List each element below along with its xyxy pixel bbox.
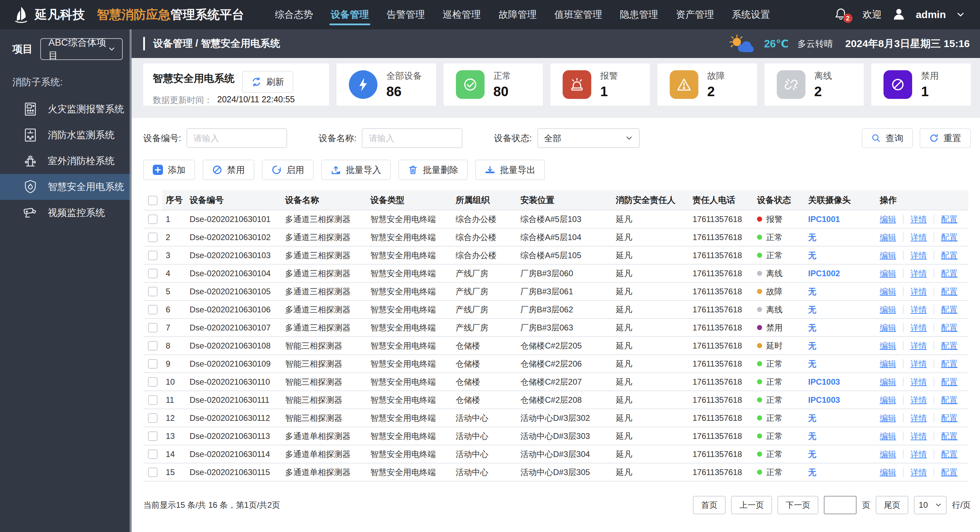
row-action-link[interactable]: 编辑 [880, 215, 903, 224]
camera-link[interactable]: 无 [808, 233, 816, 242]
row-action-link[interactable]: 配置 [934, 215, 964, 224]
camera-link[interactable]: 无 [808, 341, 816, 350]
row-action-link[interactable]: 编辑 [880, 359, 903, 368]
sidebar-item[interactable]: 视频监控系统 [0, 200, 132, 226]
nav-item[interactable]: 系统设置 [732, 0, 770, 29]
nav-item[interactable]: 告警管理 [387, 0, 425, 29]
bulk-action-button[interactable]: 批量导出 [475, 159, 545, 180]
camera-link[interactable]: 无 [808, 359, 816, 368]
camera-link[interactable]: IPC1001 [808, 215, 840, 224]
row-action-link[interactable]: 编辑 [880, 468, 903, 477]
row-action-link[interactable]: 编辑 [880, 251, 903, 260]
device-no-input[interactable] [186, 128, 287, 148]
sidebar-item[interactable]: 室外消防栓系统 [0, 148, 132, 174]
row-checkbox[interactable] [148, 269, 158, 278]
row-action-link[interactable]: 配置 [934, 432, 964, 441]
row-action-link[interactable]: 详情 [903, 359, 934, 368]
row-action-link[interactable]: 配置 [934, 395, 964, 405]
page-number-input[interactable] [824, 496, 857, 514]
row-action-link[interactable]: 详情 [903, 269, 934, 278]
sidebar-item[interactable]: 火灾监测报警系统 [0, 96, 132, 122]
row-checkbox[interactable] [148, 377, 158, 387]
row-checkbox[interactable] [148, 251, 158, 260]
bulk-action-button[interactable]: 添加 [143, 159, 195, 180]
row-checkbox[interactable] [148, 233, 158, 242]
camera-link[interactable]: 无 [808, 468, 816, 477]
refresh-button[interactable]: 刷新 [242, 71, 293, 93]
camera-link[interactable]: 无 [808, 305, 816, 314]
row-checkbox[interactable] [148, 413, 158, 423]
bulk-action-button[interactable]: 批量导入 [321, 159, 391, 180]
row-checkbox[interactable] [148, 468, 158, 477]
nav-item[interactable]: 资产管理 [676, 0, 714, 29]
prev-page-button[interactable]: 上一页 [731, 496, 772, 514]
row-checkbox[interactable] [148, 305, 158, 314]
row-action-link[interactable]: 详情 [903, 341, 934, 350]
page-size-select[interactable]: 10 [914, 496, 947, 514]
row-action-link[interactable]: 详情 [903, 395, 934, 405]
nav-item[interactable]: 值班室管理 [554, 0, 602, 29]
row-action-link[interactable]: 编辑 [880, 413, 903, 422]
nav-item[interactable]: 隐患管理 [620, 0, 658, 29]
row-action-link[interactable]: 配置 [934, 341, 964, 350]
row-action-link[interactable]: 配置 [934, 449, 964, 459]
row-action-link[interactable]: 编辑 [880, 287, 903, 296]
row-action-link[interactable]: 编辑 [880, 323, 903, 332]
row-action-link[interactable]: 编辑 [880, 449, 903, 459]
camera-link[interactable]: 无 [808, 287, 816, 296]
nav-item[interactable]: 故障管理 [498, 0, 537, 29]
device-status-select[interactable]: 全部 [538, 128, 640, 148]
last-page-button[interactable]: 尾页 [876, 496, 908, 514]
bulk-action-button[interactable]: 批量删除 [398, 159, 468, 180]
row-action-link[interactable]: 配置 [934, 251, 964, 260]
row-checkbox[interactable] [148, 359, 158, 369]
row-action-link[interactable]: 编辑 [880, 305, 903, 314]
notification-bell-button[interactable]: 2 [834, 7, 849, 22]
row-action-link[interactable]: 配置 [934, 377, 964, 386]
row-action-link[interactable]: 编辑 [880, 269, 903, 278]
nav-item[interactable]: 综合态势 [275, 0, 313, 29]
sidebar-item[interactable]: 消防水监测系统 [0, 122, 132, 148]
select-all-checkbox[interactable] [148, 196, 158, 205]
camera-link[interactable]: 无 [808, 449, 816, 459]
camera-link[interactable]: 无 [808, 251, 816, 260]
row-action-link[interactable]: 编辑 [880, 377, 903, 386]
row-action-link[interactable]: 详情 [903, 449, 934, 459]
row-action-link[interactable]: 详情 [903, 287, 934, 296]
row-action-link[interactable]: 配置 [934, 233, 964, 242]
camera-link[interactable]: IPC1002 [808, 269, 840, 278]
row-checkbox[interactable] [148, 432, 158, 441]
row-checkbox[interactable] [148, 287, 158, 296]
row-action-link[interactable]: 配置 [934, 359, 964, 368]
bulk-action-button[interactable]: 禁用 [202, 159, 255, 180]
row-action-link[interactable]: 编辑 [880, 341, 903, 350]
next-page-button[interactable]: 下一页 [778, 496, 818, 514]
row-action-link[interactable]: 编辑 [880, 395, 903, 405]
camera-link[interactable]: 无 [808, 413, 816, 422]
user-menu-chevron-icon[interactable] [956, 10, 965, 19]
sidebar-item[interactable]: 智慧安全用电系统 [0, 174, 132, 200]
device-name-input[interactable] [362, 128, 462, 148]
row-action-link[interactable]: 详情 [903, 323, 934, 332]
row-action-link[interactable]: 配置 [934, 468, 964, 477]
row-checkbox[interactable] [148, 395, 158, 405]
project-select[interactable]: ABC综合体项目 [40, 38, 123, 60]
row-action-link[interactable]: 配置 [934, 287, 964, 296]
row-action-link[interactable]: 详情 [903, 468, 934, 477]
first-page-button[interactable]: 首页 [693, 496, 725, 514]
camera-link[interactable]: IPC1003 [808, 377, 840, 386]
row-action-link[interactable]: 编辑 [880, 233, 903, 242]
bulk-action-button[interactable]: 启用 [262, 159, 314, 180]
nav-item[interactable]: 巡检管理 [442, 0, 481, 29]
row-checkbox[interactable] [148, 323, 158, 333]
reset-button[interactable]: 重置 [920, 128, 971, 148]
row-action-link[interactable]: 详情 [903, 215, 934, 224]
row-action-link[interactable]: 配置 [934, 269, 964, 278]
row-action-link[interactable]: 配置 [934, 323, 964, 332]
camera-link[interactable]: 无 [808, 323, 816, 332]
row-checkbox[interactable] [148, 215, 158, 224]
row-action-link[interactable]: 详情 [903, 305, 934, 314]
row-action-link[interactable]: 配置 [934, 305, 964, 314]
row-action-link[interactable]: 详情 [903, 432, 934, 441]
camera-link[interactable]: 无 [808, 432, 816, 441]
